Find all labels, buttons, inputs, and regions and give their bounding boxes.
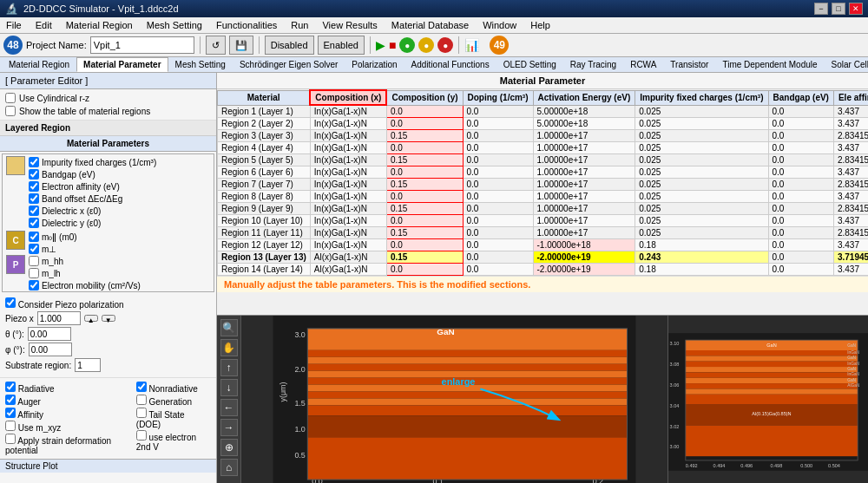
param-check-3[interactable]	[29, 193, 39, 204]
cell-activation[interactable]: 0.025	[635, 215, 768, 227]
menu-mesh-setting[interactable]: Mesh Setting	[144, 19, 205, 31]
disabled-button[interactable]: Disabled	[265, 36, 314, 55]
pan-icon[interactable]: ✋	[220, 339, 238, 356]
cell-activation[interactable]: 0.025	[635, 118, 768, 130]
chart-icon[interactable]: 📊	[464, 38, 479, 52]
param-check-7[interactable]	[29, 244, 39, 254]
cb-tail-state[interactable]	[136, 408, 147, 418]
save-button[interactable]: 💾	[229, 36, 253, 55]
cell-bandgap[interactable]: 2.83415	[833, 130, 868, 142]
cell-comp-y[interactable]: 0.0	[463, 142, 533, 154]
cell-doping[interactable]: 1.00000e+17	[533, 203, 635, 215]
param-check-0[interactable]	[29, 157, 39, 167]
param-check-8[interactable]	[29, 256, 39, 266]
cell-comp-y[interactable]: 0.0	[463, 166, 533, 179]
tab-solar-cell[interactable]: Solar Cell	[825, 57, 868, 72]
cell-comp-y[interactable]: 0.0	[463, 118, 533, 130]
cell-comp-y[interactable]: 0.0	[463, 191, 533, 203]
use-cylindrical-checkbox[interactable]	[5, 93, 16, 103]
piezo-x-input[interactable]	[37, 311, 81, 325]
menu-material-database[interactable]: Material Database	[389, 19, 471, 31]
cell-bandgap[interactable]: 3.437	[833, 191, 868, 203]
cell-doping[interactable]: 1.00000e+17	[533, 130, 635, 142]
piezo-checkbox[interactable]	[5, 297, 16, 308]
tab-additional-functions[interactable]: Additional Functions	[404, 57, 496, 72]
arrow-down-icon[interactable]: ↓	[220, 379, 238, 396]
cell-impurity[interactable]: 0.0	[768, 251, 833, 264]
cell-activation[interactable]: 0.025	[635, 203, 768, 215]
cell-bandgap[interactable]: 3.437	[833, 239, 868, 251]
cell-bandgap[interactable]: 3.437	[833, 264, 868, 276]
menu-help[interactable]: Help	[528, 19, 553, 31]
param-check-9[interactable]	[29, 268, 39, 278]
cell-doping[interactable]: 1.00000e+17	[533, 166, 635, 179]
cell-bandgap[interactable]: 3.437	[833, 118, 868, 130]
arrow-left-icon[interactable]: ←	[220, 399, 238, 416]
cell-bandgap[interactable]: 2.83415	[833, 179, 868, 191]
cell-impurity[interactable]: 0.0	[768, 142, 833, 154]
cell-comp-x[interactable]: 0.0	[386, 118, 463, 130]
cell-activation[interactable]: 0.18	[635, 264, 768, 276]
cell-doping[interactable]: 1.00000e+17	[533, 179, 635, 191]
cell-comp-x[interactable]: 0.0	[386, 142, 463, 154]
cell-impurity[interactable]: 0.0	[768, 118, 833, 130]
show-table-checkbox[interactable]	[5, 106, 16, 116]
cell-activation[interactable]: 0.18	[635, 239, 768, 251]
menu-file[interactable]: File	[3, 19, 24, 31]
stop-icon[interactable]: ■	[389, 38, 396, 52]
cell-doping[interactable]: 1.00000e+17	[533, 191, 635, 203]
piezo-x-up[interactable]: ▲	[84, 315, 98, 322]
cb-strain[interactable]	[5, 434, 16, 444]
cell-comp-y[interactable]: 0.0	[463, 203, 533, 215]
cell-impurity[interactable]: 0.0	[768, 154, 833, 166]
tab-time-dependent[interactable]: Time Dependent Module	[715, 57, 824, 72]
cb-electron-2nd[interactable]	[136, 430, 147, 441]
cell-comp-x[interactable]: 0.15	[386, 251, 463, 264]
zoom-in-icon[interactable]: 🔍	[220, 319, 238, 336]
cb-use-mxyz[interactable]	[5, 421, 16, 431]
tab-mesh-setting[interactable]: Mesh Setting	[168, 57, 233, 72]
cb-nonradiative[interactable]	[136, 382, 147, 392]
theta-input[interactable]	[28, 327, 71, 341]
minimize-button[interactable]: −	[814, 3, 828, 15]
tab-polarization[interactable]: Polarization	[345, 57, 404, 72]
cell-comp-x[interactable]: 0.0	[386, 239, 463, 251]
param-check-2[interactable]	[29, 181, 39, 192]
cell-comp-x[interactable]: 0.15	[386, 227, 463, 239]
menu-functionalities[interactable]: Functionalities	[214, 19, 279, 31]
cell-comp-x[interactable]: 0.0	[386, 215, 463, 227]
zoom-reset-icon[interactable]: ⊕	[220, 439, 238, 456]
cb-generation[interactable]	[136, 395, 147, 405]
cell-bandgap[interactable]: 2.83415	[833, 203, 868, 215]
menu-run[interactable]: Run	[288, 19, 311, 31]
cell-bandgap[interactable]: 3.437	[833, 215, 868, 227]
cb-affinity[interactable]	[5, 408, 16, 418]
menu-material-region[interactable]: Material Region	[63, 19, 135, 31]
cell-comp-x[interactable]: 0.0	[386, 166, 463, 179]
icon-box-3[interactable]: P	[6, 255, 25, 274]
cell-bandgap[interactable]: 3.437	[833, 142, 868, 154]
cell-impurity[interactable]: 0.0	[768, 179, 833, 191]
cell-comp-y[interactable]: 0.0	[463, 251, 533, 264]
cell-activation[interactable]: 0.025	[635, 166, 768, 179]
cell-doping[interactable]: 1.00000e+17	[533, 154, 635, 166]
tab-material-region[interactable]: Material Region	[2, 57, 76, 72]
project-input[interactable]	[90, 36, 194, 54]
cell-comp-x[interactable]: 0.0	[386, 264, 463, 276]
tab-oled-setting[interactable]: OLED Setting	[496, 57, 563, 72]
cell-comp-y[interactable]: 0.0	[463, 215, 533, 227]
cell-comp-y[interactable]: 0.0	[463, 179, 533, 191]
enabled-button[interactable]: Enabled	[318, 36, 365, 55]
refresh-button[interactable]: ↺	[206, 36, 226, 55]
cell-doping[interactable]: -2.00000e+19	[533, 251, 635, 264]
cell-comp-x[interactable]: 0.15	[386, 179, 463, 191]
cell-bandgap[interactable]: 3.437	[833, 105, 868, 118]
cell-activation[interactable]: 0.025	[635, 142, 768, 154]
tab-schrodinger[interactable]: Schrödinger Eigen Solver	[233, 57, 345, 72]
cell-bandgap[interactable]: 2.83415	[833, 227, 868, 239]
cell-doping[interactable]: 1.00000e+17	[533, 227, 635, 239]
cell-doping[interactable]: 5.00000e+18	[533, 105, 635, 118]
menu-edit[interactable]: Edit	[33, 19, 55, 31]
tab-transistor[interactable]: Transistor	[663, 57, 715, 72]
cell-impurity[interactable]: 0.0	[768, 166, 833, 179]
